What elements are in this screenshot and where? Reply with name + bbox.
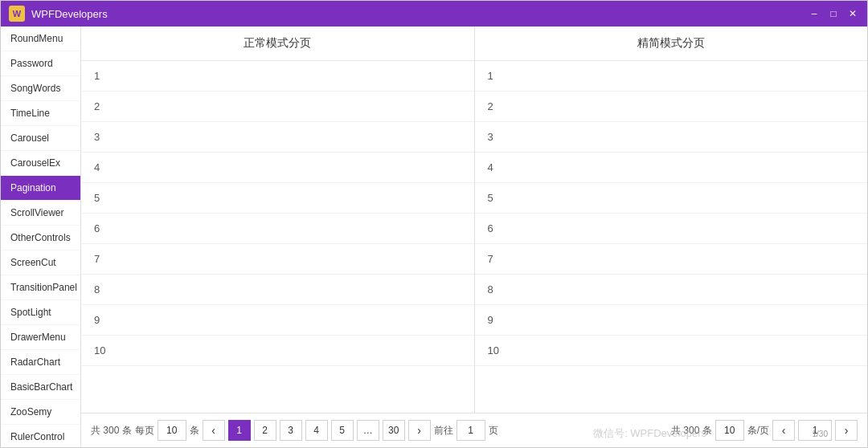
right-row: 6 (475, 214, 868, 244)
sidebar-item-scrollviewer[interactable]: ScrollViewer (1, 201, 80, 226)
sidebar-item-transitionpanel[interactable]: TransitionPanel (1, 275, 80, 300)
right-panel-rows: 12345678910 (475, 61, 868, 413)
app-icon: W (9, 6, 25, 22)
page-input-right[interactable]: 11/30 (798, 420, 832, 441)
footer-right: 共 300 条 10 条/页 ‹ 11/30 › (671, 420, 858, 441)
page-2-button[interactable]: 2 (254, 420, 276, 441)
panels: 正常模式分页 12345678910 精简模式分页 12345678910 (81, 26, 867, 413)
left-row: 5 (81, 183, 474, 214)
page-5-button[interactable]: 5 (331, 420, 354, 441)
sidebar-item-roundmenu[interactable]: RoundMenu (1, 26, 80, 51)
app-window: W WPFDevelopers – □ ✕ RoundMenuPasswordS… (0, 0, 868, 448)
footer-left: 共 300 条 每页 10 条 ‹ 1 2 3 4 5 … 30 › 前往 1 … (91, 420, 666, 441)
sidebar-item-basicbarchart[interactable]: BasicBarChart (1, 375, 80, 400)
right-panel-header: 精简模式分页 (475, 26, 868, 61)
per-page-label: 每页 (135, 424, 154, 438)
sidebar-item-timeline[interactable]: TimeLine (1, 101, 80, 126)
sidebar-item-carousel[interactable]: Carousel (1, 126, 80, 151)
right-row: 8 (475, 275, 868, 305)
left-row: 10 (81, 336, 474, 366)
main-content: 正常模式分页 12345678910 精简模式分页 12345678910 共 … (81, 26, 867, 447)
page-ellipsis-button[interactable]: … (357, 420, 379, 441)
sidebar-item-zoosemy[interactable]: ZooSemy (1, 400, 80, 425)
app-body: RoundMenuPasswordSongWordsTimeLineCarous… (1, 26, 867, 447)
left-row: 6 (81, 214, 474, 244)
total-label-right: 共 300 条 (671, 424, 712, 438)
title-bar-text: WPFDevelopers (31, 8, 808, 20)
sidebar-item-carouselex[interactable]: CarouselEx (1, 151, 80, 176)
page-1-button[interactable]: 1 (228, 420, 251, 441)
left-row: 2 (81, 92, 474, 122)
right-row: 9 (475, 305, 868, 336)
sidebar-item-rulercontrol[interactable]: RulerControl (1, 425, 80, 447)
right-row: 3 (475, 122, 868, 153)
sidebar-item-othercontrols[interactable]: OtherControls (1, 226, 80, 250)
next-page-button[interactable]: › (408, 420, 431, 441)
left-panel: 正常模式分页 12345678910 (81, 26, 475, 413)
sidebar-item-screencut[interactable]: ScreenCut (1, 250, 80, 275)
sidebar-item-radarchart[interactable]: RadarChart (1, 350, 80, 375)
right-row: 7 (475, 244, 868, 275)
left-row: 7 (81, 244, 474, 275)
right-row: 5 (475, 183, 868, 214)
left-row: 9 (81, 305, 474, 336)
sidebar-item-password[interactable]: Password (1, 51, 80, 76)
next-page-button-right[interactable]: › (835, 420, 858, 441)
per-page-value[interactable]: 10 (158, 420, 186, 441)
right-panel: 精简模式分页 12345678910 (475, 26, 868, 413)
sidebar: RoundMenuPasswordSongWordsTimeLineCarous… (1, 26, 81, 447)
right-row: 2 (475, 92, 868, 122)
minimize-button[interactable]: – (808, 7, 821, 20)
sidebar-item-drawermenu[interactable]: DrawerMenu (1, 325, 80, 350)
title-bar-controls: – □ ✕ (808, 7, 859, 20)
goto-label: 前往 (434, 424, 453, 438)
total-label-left: 共 300 条 (91, 424, 132, 438)
goto-unit: 页 (489, 424, 498, 438)
left-row: 4 (81, 153, 474, 183)
page-total-display: 1/30 (813, 430, 828, 438)
right-row: 10 (475, 336, 868, 366)
left-row: 3 (81, 122, 474, 153)
left-panel-rows: 12345678910 (81, 61, 474, 413)
page-30-button[interactable]: 30 (383, 420, 405, 441)
left-panel-header: 正常模式分页 (81, 26, 474, 61)
title-bar: W WPFDevelopers – □ ✕ (1, 1, 867, 26)
prev-page-button-right[interactable]: ‹ (772, 420, 795, 441)
left-row: 1 (81, 61, 474, 92)
sidebar-item-spotlight[interactable]: SpotLight (1, 300, 80, 325)
close-button[interactable]: ✕ (846, 7, 859, 20)
footer: 共 300 条 每页 10 条 ‹ 1 2 3 4 5 … 30 › 前往 1 … (81, 413, 867, 447)
page-3-button[interactable]: 3 (280, 420, 302, 441)
per-page-value-right[interactable]: 10 (715, 420, 744, 441)
per-page-unit: 条 (190, 424, 199, 438)
maximize-button[interactable]: □ (827, 7, 840, 20)
right-row: 4 (475, 153, 868, 183)
left-row: 8 (81, 275, 474, 305)
sidebar-item-songwords[interactable]: SongWords (1, 76, 80, 101)
goto-input[interactable]: 1 (457, 420, 485, 441)
sidebar-item-pagination[interactable]: Pagination (1, 176, 80, 201)
prev-page-button[interactable]: ‹ (203, 420, 225, 441)
per-page-unit-right: 条/页 (747, 424, 769, 438)
page-4-button[interactable]: 4 (305, 420, 328, 441)
right-row: 1 (475, 61, 868, 92)
